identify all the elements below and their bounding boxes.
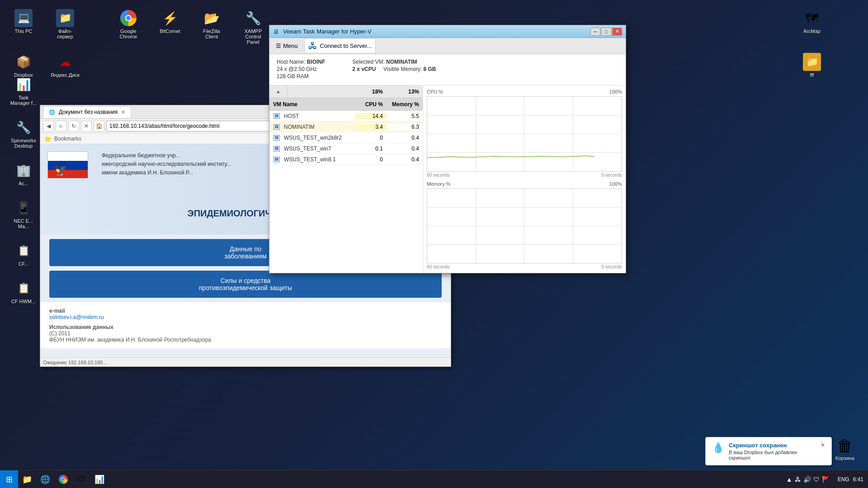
cpu-chart-area <box>427 96 622 172</box>
mem-chart-area <box>427 188 622 264</box>
vm-name-nominatim: NOMINATIM <box>284 124 355 130</box>
vm-row-wsus-win8[interactable]: WSUS_TEST_win8.1 0 0.4 <box>269 154 423 165</box>
icon-xampp[interactable]: 🔧 XAMPPControl Panel <box>235 5 271 48</box>
col-vmname[interactable]: VM Name <box>269 101 355 108</box>
mem-chart-max: 100% <box>609 181 622 187</box>
back-btn[interactable]: ◀ <box>43 121 54 131</box>
taskbar-ie[interactable]: 🌐 <box>36 470 54 488</box>
veeam-close-btn[interactable]: ✕ <box>612 28 622 36</box>
icon-chrome[interactable]: GoogleChrome <box>110 5 146 48</box>
icon-cf2[interactable]: 📋 CF HWM... <box>5 276 42 308</box>
connect-server-icon: 🖧 <box>308 41 317 51</box>
vm-row-wsus-win7[interactable]: WSUS_TEST_win7 0.1 0.4 <box>269 143 423 154</box>
veeam-app-icon: 🖥 <box>273 28 279 35</box>
page-footer: e-mail solntsev.i.a@nniiem.ru Использова… <box>40 302 451 348</box>
sort-arrow[interactable]: ▲ <box>269 85 288 98</box>
recycle-label: Корзина <box>835 455 854 461</box>
icon-filezilla[interactable]: 📂 FileZillaClient <box>193 5 230 48</box>
start-button[interactable]: ⊞ <box>0 470 18 488</box>
icon-file-server[interactable]: 📁 Файл-сервер <box>47 5 83 43</box>
tray-volume[interactable]: 🔊 <box>803 476 811 483</box>
veeam-window: 🖥 Veeam Task Manager for Hyper-V ─ □ ✕ ☰… <box>269 25 626 273</box>
veeam-title: Veeam Task Manager for Hyper-V <box>283 28 590 35</box>
vm-mem-wsus1: 0.4 <box>387 135 423 141</box>
email-link[interactable]: solntsev.i.a@nniiem.ru <box>49 314 442 320</box>
vm-icon-host <box>272 112 281 121</box>
tray-time: 6:41 <box>853 476 863 483</box>
vm-icon-nominatim <box>272 122 281 131</box>
cpu-chart-footer: 60 seconds 0 seconds <box>427 173 622 178</box>
notif-body: В ваш Dropbox был добавлен скриншот. <box>729 450 816 460</box>
taskbar-veeam[interactable]: 📊 <box>90 470 108 488</box>
veeam-body: Host Name: BIOINF 24 x @2.50 GHz 128 GB … <box>269 54 626 273</box>
page-emblem: 🦅 <box>54 164 67 177</box>
veeam-window-controls: ─ □ ✕ <box>590 28 622 36</box>
veeam-sort-header: ▲ 18% 13% <box>269 85 423 98</box>
tray-network[interactable]: 🖧 <box>795 476 801 483</box>
icon-nec[interactable]: 📱 NEC E...Ma... <box>5 195 42 233</box>
veeam-vm-list-panel: ▲ 18% 13% VM Name CPU % Memory % <box>269 85 423 273</box>
vm-name-wsus1: WSUS_TEST_win2k8r2 <box>284 135 355 141</box>
reload-btn[interactable]: ↻ <box>68 121 79 131</box>
icon-task-manager[interactable]: 📊 TaskManager f... <box>5 72 42 109</box>
vm-cpu-wsus2: 0.1 <box>355 145 387 152</box>
veeam-host-info: Host Name: BIOINF 24 x @2.50 GHz 128 GB … <box>269 54 626 85</box>
taskbar-chrome-pinned[interactable] <box>54 470 72 488</box>
icon-yandex[interactable]: ☁ Яндекс.Диск <box>47 49 83 81</box>
tray-security[interactable]: 🛡 <box>813 476 820 483</box>
desktop-icons-top: 💻 This PC 📁 Файл-сервер <box>4 4 85 45</box>
col-cpu[interactable]: CPU % <box>355 101 387 108</box>
veeam-connect-btn[interactable]: 🖧 Connect to Server... <box>304 38 376 53</box>
vm-icon-wsus3 <box>272 155 281 164</box>
taskbar-av[interactable]: 🛡 <box>72 470 90 488</box>
total-mem-pct: 13% <box>387 89 423 95</box>
cpu-chart-header: CPU % 100% <box>427 89 622 94</box>
vm-row-host[interactable]: HOST 14.4 5.5 <box>269 111 423 122</box>
icon-bitcomet[interactable]: ⚡ BitComet <box>152 5 188 48</box>
tab-close-btn[interactable]: ✕ <box>121 109 125 115</box>
tray-show-hidden[interactable]: ▲ <box>786 476 793 483</box>
notif-title: Скриншот сохранен <box>729 442 816 449</box>
veeam-vm-list: HOST 14.4 5.5 NOMINATIM 3.4 6.3 <box>269 111 423 273</box>
browser-tab[interactable]: 🌐 Документ без названия ✕ <box>43 106 131 118</box>
tray-flag[interactable]: 🚩 <box>822 476 830 483</box>
protection-btn[interactable]: Силы и средствапротивоэпидемической защи… <box>49 271 442 298</box>
vm-mem-wsus2: 0.4 <box>387 145 423 152</box>
home-btn[interactable]: 🏠 <box>94 121 104 131</box>
mem-chart-label: Memory % <box>427 181 451 187</box>
taskbar: ⊞ 📁 🌐 🛡 📊 ▲ 🖧 🔊 🛡 🚩 ENG 6:41 <box>0 470 868 488</box>
desktop-icons-apps: GoogleChrome ⚡ BitComet 📂 FileZillaClien… <box>108 4 273 50</box>
veeam-col-headers: VM Name CPU % Memory % <box>269 98 423 111</box>
mem-chart-section: Memory % 100% <box>427 181 622 270</box>
icon-cf1[interactable]: 📋 CF... <box>5 238 42 270</box>
forward-btn[interactable]: ▶ <box>56 121 66 131</box>
icon-fff[interactable]: 📁 fff <box>792 47 832 83</box>
total-cpu-pct: 18% <box>355 89 387 95</box>
icon-this-pc[interactable]: 💻 This PC <box>5 5 42 43</box>
vm-mem-host: 5.5 <box>387 113 423 119</box>
veeam-menu-btn[interactable]: ☰ Menu <box>273 41 301 51</box>
vm-row-wsus-win2k8r2[interactable]: WSUS_TEST_win2k8r2 0 0.4 <box>269 132 423 143</box>
veeam-minimize-btn[interactable]: ─ <box>590 28 600 36</box>
tray-language[interactable]: ENG <box>838 476 849 483</box>
vm-row-nominatim[interactable]: NOMINATIM 3.4 6.3 <box>269 122 423 132</box>
desktop: 💻 This PC 📁 Файл-сервер GoogleChrome ⚡ B <box>0 0 868 488</box>
veeam-maximize-btn[interactable]: □ <box>601 28 611 36</box>
mem-chart-footer: 60 seconds 0 seconds <box>427 264 622 269</box>
vm-icon-wsus2 <box>272 144 281 153</box>
cpu-chart-section: CPU % 100% <box>427 89 622 178</box>
tab-label: Документ без названия <box>59 109 118 115</box>
notif-close-btn[interactable]: ✕ <box>821 442 825 448</box>
taskbar-file-explorer[interactable]: 📁 <box>18 470 36 488</box>
bookmarks-icon: ⭐ <box>44 135 52 142</box>
veeam-toolbar: ☰ Menu 🖧 Connect to Server... <box>269 38 626 54</box>
stop-btn[interactable]: ✕ <box>81 121 92 131</box>
icon-spiceworks[interactable]: 🔧 SpiceworksDesktop <box>5 115 42 152</box>
notif-dropbox-icon: 💧 <box>712 442 724 454</box>
recycle-bin[interactable]: 🗑 Корзина <box>835 436 854 461</box>
taskbar-tray: ▲ 🖧 🔊 🛡 🚩 ENG 6:41 <box>782 470 868 488</box>
tab-favicon: 🌐 <box>49 109 55 115</box>
icon-arcmap[interactable]: 🗺 ArcMap <box>792 4 832 39</box>
col-mem[interactable]: Memory % <box>387 101 423 108</box>
icon-ac[interactable]: 🏢 Ac... <box>5 158 42 190</box>
